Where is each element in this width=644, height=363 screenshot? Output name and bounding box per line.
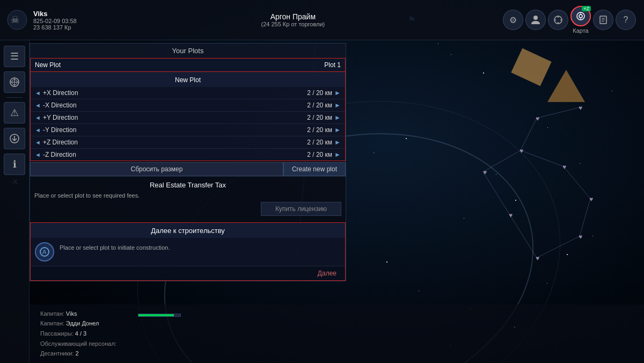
map-icon-group: +Z Карта [570,6,591,34]
top-icons: ⚙ +Z Карта [503,6,644,34]
construction-icon: A [35,242,54,262]
player-date: 825-02-09 03:58 [33,18,77,24]
map-label: Карта [573,27,588,34]
dir-ny-arrow-right: ► [334,126,341,134]
direction-row-nz[interactable]: ◄ -Z Direction 2 / 20 км ► [31,149,345,161]
dir-nz-label: ◄ -Z Direction [35,151,76,158]
sidebar-divider [6,97,23,98]
marines-label: Десантники: [40,350,74,357]
dir-nx-value: 2 / 20 км ► [307,101,341,109]
dir-nz-text: -Z Direction [43,151,76,158]
book-button[interactable] [593,10,613,30]
captain1-label: Капитан: [40,310,64,317]
tax-section: Real Estate Transfer Tax Place or select… [30,176,346,220]
dir-py-text: +Y Direction [43,114,78,121]
main-panel: Your Plots New Plot Plot 1 New Plot ◄ +X… [30,43,346,281]
top-bar: ☠ Viks 825-02-09 03:58 23 638 137 Кр Арг… [0,0,644,40]
captain2-value: Эдди Донел [66,320,99,326]
dir-pz-value: 2 / 20 км ► [307,139,341,146]
captain1-row: Капитан: Viks [40,309,116,319]
dir-px-arrow-left: ◄ [35,90,41,96]
progress-fill [138,314,174,316]
your-plots-title: Your Plots [30,43,346,58]
dir-px-text: +X Direction [43,89,78,97]
sidebar-menu-button[interactable]: ☰ [4,46,25,67]
center-info: Аргон Прайм (24 255 Кр от торговли) [83,12,503,27]
direction-row-px[interactable]: ◄ +X Direction 2 / 20 км ► [31,87,345,99]
dir-pz-arrow-left: ◄ [35,139,41,146]
plots-header-row[interactable]: New Plot Plot 1 [30,58,346,72]
captain1-value: Viks [66,310,77,317]
next-button[interactable]: Далее [313,268,341,278]
dir-nx-text: -X Direction [43,101,77,109]
sidebar-shield-button[interactable] [4,71,25,93]
svg-point-21 [533,16,538,20]
help-icon-group: ? [616,10,636,30]
dir-px-label: ◄ +X Direction [35,89,78,97]
dir-py-value: 2 / 20 км ► [307,114,341,121]
dir-pz-arrow-right: ► [334,139,341,146]
map-button[interactable]: +Z [570,6,591,26]
location-name: Аргон Прайм [83,12,503,21]
passengers-label: Пассажиры: [40,330,74,337]
new-plot-subheader: New Plot [30,72,346,87]
dir-py-arrow-left: ◄ [35,114,41,121]
direction-rows: ◄ +X Direction 2 / 20 км ► ◄ -X Directio… [30,87,346,161]
dir-pz-label: ◄ +Z Direction [35,139,78,146]
dir-nx-arrow-right: ► [334,101,341,109]
dir-nz-value: 2 / 20 км ► [307,151,341,158]
new-plot-label: New Plot [175,76,201,84]
dir-px-value: 2 / 20 км ► [307,89,341,97]
dir-pz-val-text: 2 / 20 км [307,139,332,146]
player-info: ☠ Viks 825-02-09 03:58 23 638 137 Кр [0,5,83,35]
action-buttons: Сбросить размер Create new plot [30,162,346,176]
dir-nx-arrow-left: ◄ [35,102,41,108]
svg-text:☠: ☠ [11,14,19,25]
plot-slot-cell: Plot 1 [324,61,341,69]
passengers-value: 4 / 3 [75,330,86,337]
create-plot-button[interactable]: Create new plot [283,162,346,176]
dir-ny-label: ◄ -Y Direction [35,126,76,134]
direction-row-pz[interactable]: ◄ +Z Direction 2 / 20 км ► [31,136,345,149]
dir-py-label: ◄ +Y Direction [35,114,78,121]
svg-point-28 [579,14,582,18]
direction-row-ny[interactable]: ◄ -Y Direction 2 / 20 км ► [31,124,345,136]
plot-name-cell: New Plot [35,61,61,69]
next-btn-row: Далее [31,266,345,280]
settings-button[interactable]: ⚙ [503,10,523,30]
help-button[interactable]: ? [616,10,636,30]
captain2-row: Капитан: Эдди Донел [40,318,116,329]
dir-py-val-text: 2 / 20 км [307,114,332,121]
sidebar-info-button[interactable]: ℹ [4,154,25,175]
construction-section: Далее к строительству A Place or select … [30,222,346,281]
sidebar-download-button[interactable] [4,128,25,149]
svg-text:A: A [42,249,47,255]
dir-ny-arrow-left: ◄ [35,127,41,133]
target-button[interactable] [548,10,568,30]
bottom-status-bar: Капитан: Viks Капитан: Эдди Донел Пассаж… [30,304,644,363]
sidebar-alert-button[interactable]: ⚠ [4,102,25,124]
dir-ny-text: -Y Direction [43,126,76,134]
tax-text: Place or select plot to see required fee… [34,192,341,199]
settings-icon-group: ⚙ [503,10,523,30]
status-block-crew: Капитан: Viks Капитан: Эдди Донел Пассаж… [40,309,116,359]
dir-nz-arrow-left: ◄ [35,151,41,158]
direction-row-py[interactable]: ◄ +Y Direction 2 / 20 км ► [31,112,345,124]
dir-nx-label: ◄ -X Direction [35,101,77,109]
construction-text: Place or select plot to initiate constru… [60,242,341,251]
construction-header: Далее к строительству [31,223,345,238]
progress-bar [138,314,181,317]
reset-size-button[interactable]: Сбросить размер [30,162,283,176]
ui-overlay: ☠ Viks 825-02-09 03:58 23 638 137 Кр Арг… [0,0,644,363]
buy-license-button[interactable]: Купить лицензию [261,202,341,216]
service-row: Обслуживающий персонал: [40,339,116,349]
passengers-row: Пассажиры: 4 / 3 [40,329,116,339]
player-credits: 23 638 137 Кр [33,24,77,31]
player-ship-icon: ☠ [6,9,28,31]
person-button[interactable] [525,10,546,30]
direction-row-nx[interactable]: ◄ -X Direction 2 / 20 км ► [31,99,345,112]
captain2-label: Капитан: [40,320,64,326]
dir-pz-text: +Z Direction [43,139,78,146]
left-sidebar: ☰ ⚠ ℹ [0,40,30,363]
service-label: Обслуживающий персонал: [40,340,116,347]
